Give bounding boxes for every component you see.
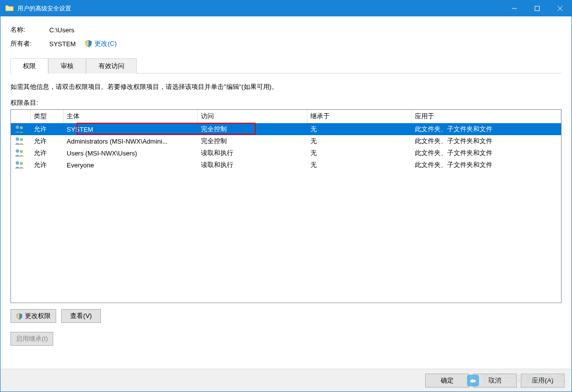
name-label: 名称:	[10, 25, 49, 34]
svg-point-11	[20, 162, 23, 165]
cell-inherited-from: 无	[307, 124, 412, 135]
cell-access: 读取和执行	[198, 159, 307, 170]
users-icon	[11, 159, 31, 171]
owner-row: 所有者: SYSTEM 更改(C)	[10, 39, 562, 48]
name-row: 名称: C:\Users	[10, 25, 562, 34]
change-owner-link[interactable]: 更改(C)	[95, 39, 116, 48]
cell-type: 允许	[31, 124, 64, 135]
svg-point-7	[20, 138, 23, 141]
cancel-button-label: 取消	[488, 376, 501, 385]
users-icon	[11, 147, 31, 159]
ok-button[interactable]: 确定	[425, 374, 469, 388]
svg-point-10	[16, 161, 19, 164]
owner-label: 所有者:	[10, 39, 49, 48]
cell-type: 允许	[31, 159, 64, 170]
ok-button-label: 确定	[441, 376, 454, 385]
enable-inheritance-button[interactable]: 启用继承(I)	[10, 332, 53, 346]
table-body: 允许SYSTEM完全控制无此文件夹、子文件夹和文件允许Administrator…	[11, 123, 561, 171]
table-header: 类型 主体 访问 继承于 应用于	[11, 110, 561, 123]
cell-type: 允许	[31, 136, 64, 147]
enable-inheritance-label: 启用继承(I)	[16, 334, 48, 343]
advanced-security-window: 用户的高级安全设置 名称: C:\Users 所有者: SYSTEM 更改(C)…	[0, 0, 572, 392]
svg-rect-1	[535, 6, 540, 11]
cell-principal: Everyone	[64, 160, 198, 170]
users-icon	[11, 123, 31, 136]
svg-point-9	[20, 150, 23, 153]
cell-applies-to: 此文件夹、子文件夹和文件	[412, 159, 561, 170]
col-access[interactable]: 访问	[198, 110, 307, 123]
cell-inherited-from: 无	[307, 136, 412, 147]
tab-auditing[interactable]: 审核	[48, 58, 86, 74]
change-permissions-label: 更改权限	[25, 312, 51, 320]
cell-access: 读取和执行	[198, 148, 307, 158]
col-applies-to[interactable]: 应用于	[412, 110, 561, 123]
col-spacer	[11, 110, 31, 123]
col-type[interactable]: 类型	[31, 110, 64, 123]
content-area: 名称: C:\Users 所有者: SYSTEM 更改(C) 权限 审核 有效访…	[0, 16, 572, 369]
tab-strip: 权限 审核 有效访问	[10, 58, 562, 74]
svg-point-5	[20, 126, 23, 129]
apply-button-label: 应用(A)	[532, 376, 553, 385]
tab-auditing-label: 审核	[61, 62, 74, 70]
change-permissions-button[interactable]: 更改权限	[10, 309, 56, 323]
cancel-button[interactable]: 取消	[473, 374, 517, 388]
cell-access: 完全控制	[198, 136, 307, 147]
cell-principal: Users (MSI-NWX\Users)	[64, 149, 198, 158]
minimize-button[interactable]	[503, 0, 526, 16]
table-row[interactable]: 允许Administrators (MSI-NWX\Admini...完全控制无…	[11, 135, 561, 147]
tab-permissions[interactable]: 权限	[10, 58, 48, 74]
col-principal[interactable]: 主体	[64, 110, 198, 123]
tab-effective-access[interactable]: 有效访问	[86, 58, 137, 74]
table-row[interactable]: 允许Everyone读取和执行无此文件夹、子文件夹和文件	[11, 159, 561, 171]
svg-point-8	[16, 149, 19, 153]
owner-value: SYSTEM	[49, 40, 76, 48]
cell-applies-to: 此文件夹、子文件夹和文件	[412, 124, 561, 135]
cell-principal: SYSTEM	[64, 125, 198, 134]
permission-entries-label: 权限条目:	[10, 98, 562, 107]
cell-type: 允许	[31, 148, 64, 158]
tab-permissions-label: 权限	[23, 62, 36, 70]
action-button-row: 更改权限 查看(V)	[10, 309, 562, 323]
cell-inherited-from: 无	[307, 159, 412, 170]
instruction-text: 如需其他信息，请双击权限项目。若要修改权限项目，请选择该项目并单击"编辑"(如果…	[10, 82, 562, 91]
apply-button[interactable]: 应用(A)	[521, 374, 565, 388]
shield-icon	[16, 313, 23, 320]
view-button-label: 查看(V)	[70, 312, 92, 320]
name-value: C:\Users	[49, 26, 75, 34]
close-button[interactable]	[549, 0, 572, 16]
dialog-footer: 确定 取消 应用(A) 白云一键重装系统 WWW.BAIYUNXITONG.CO…	[0, 369, 572, 392]
permission-table: 类型 主体 访问 继承于 应用于 允许SYSTEM完全控制无此文件夹、子文件夹和…	[10, 109, 562, 303]
tab-effective-label: 有效访问	[98, 62, 124, 70]
inherit-button-row: 启用继承(I)	[10, 332, 562, 346]
cell-inherited-from: 无	[307, 148, 412, 158]
titlebar[interactable]: 用户的高级安全设置	[0, 0, 572, 16]
table-row[interactable]: 允许SYSTEM完全控制无此文件夹、子文件夹和文件	[11, 123, 561, 135]
cell-applies-to: 此文件夹、子文件夹和文件	[412, 136, 561, 147]
view-button[interactable]: 查看(V)	[61, 309, 101, 323]
maximize-button[interactable]	[526, 0, 549, 16]
svg-point-4	[16, 125, 19, 129]
window-title: 用户的高级安全设置	[17, 4, 71, 13]
users-icon	[11, 135, 31, 148]
svg-point-6	[16, 137, 19, 141]
col-inherited-from[interactable]: 继承于	[307, 110, 412, 123]
cell-applies-to: 此文件夹、子文件夹和文件	[412, 148, 561, 158]
table-row[interactable]: 允许Users (MSI-NWX\Users)读取和执行无此文件夹、子文件夹和文…	[11, 147, 561, 159]
cell-principal: Administrators (MSI-NWX\Admini...	[64, 137, 198, 146]
folder-icon	[0, 4, 17, 13]
cell-access: 完全控制	[198, 124, 307, 135]
shield-icon	[76, 40, 95, 48]
